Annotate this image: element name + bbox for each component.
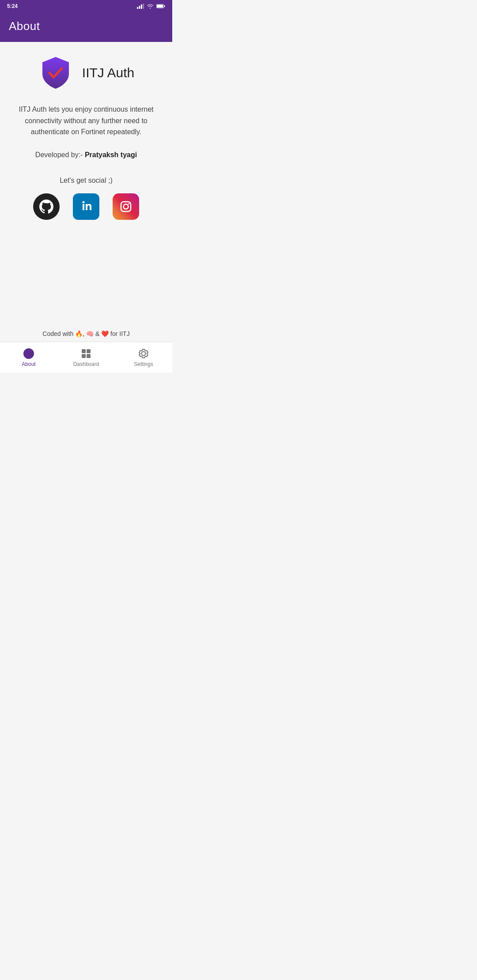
- svg-rect-6: [164, 5, 165, 7]
- svg-rect-5: [157, 5, 163, 8]
- status-time: 5:24: [7, 3, 18, 9]
- svg-rect-7: [121, 202, 131, 211]
- social-icons-container: [33, 193, 139, 220]
- app-logo-icon: [38, 55, 73, 90]
- svg-rect-0: [137, 7, 138, 9]
- page-header: About: [0, 12, 172, 42]
- bottom-navigation: About Dashboard Settings: [0, 342, 172, 373]
- settings-nav-icon: [138, 348, 149, 359]
- developer-name: Pratyaksh tyagi: [85, 151, 137, 158]
- nav-item-settings[interactable]: Settings: [115, 344, 172, 371]
- svg-rect-15: [82, 354, 86, 358]
- linkedin-button[interactable]: [73, 193, 99, 220]
- footer-text: Coded with 🔥, 🧠 & ❤️ for IITJ: [0, 330, 172, 337]
- svg-rect-1: [139, 6, 140, 9]
- dashboard-icon: [80, 348, 92, 359]
- app-description: IITJ Auth lets you enjoy continuous inte…: [9, 104, 163, 138]
- svg-rect-3: [143, 4, 144, 9]
- developer-prefix: Developed by:-: [35, 151, 85, 158]
- instagram-icon: [118, 199, 134, 215]
- settings-nav-label: Settings: [134, 361, 153, 367]
- svg-point-12: [28, 351, 29, 352]
- svg-rect-13: [82, 349, 86, 353]
- instagram-button[interactable]: [113, 193, 139, 220]
- dashboard-nav-label: Dashboard: [73, 361, 99, 367]
- nav-item-about[interactable]: About: [0, 344, 57, 371]
- developer-credit: Developed by:- Pratyaksh tyagi: [35, 151, 137, 159]
- wifi-icon: [147, 4, 154, 9]
- app-name: IITJ Auth: [82, 65, 134, 80]
- svg-rect-16: [87, 354, 91, 358]
- nav-item-dashboard[interactable]: Dashboard: [57, 344, 115, 371]
- page-title: About: [9, 19, 40, 33]
- linkedin-icon: [78, 199, 94, 215]
- svg-rect-11: [28, 353, 29, 356]
- about-nav-icon: [23, 348, 34, 359]
- main-content: IITJ Auth IITJ Auth lets you enjoy conti…: [0, 42, 172, 220]
- github-button[interactable]: [33, 193, 60, 220]
- gear-icon: [138, 348, 149, 359]
- signal-icon: [137, 4, 144, 9]
- status-bar: 5:24: [0, 0, 172, 12]
- about-nav-label: About: [22, 361, 35, 367]
- status-icons: [137, 4, 165, 9]
- social-label: Let's get social ;): [60, 177, 113, 185]
- svg-point-9: [128, 203, 129, 204]
- svg-rect-2: [141, 4, 142, 9]
- dashboard-nav-icon: [80, 348, 92, 359]
- coded-with-text: Coded with 🔥, 🧠 & ❤️ for IITJ: [42, 330, 129, 337]
- battery-icon: [156, 4, 165, 9]
- svg-point-8: [124, 204, 129, 209]
- github-icon: [38, 199, 54, 215]
- app-identity: IITJ Auth: [38, 55, 134, 90]
- svg-rect-14: [87, 349, 91, 353]
- info-icon: [23, 348, 34, 359]
